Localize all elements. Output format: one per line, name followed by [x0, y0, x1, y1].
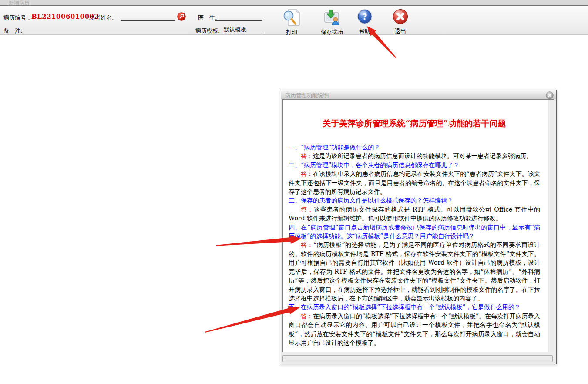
window-tab-strip: 新增病历 [0, 0, 588, 6]
answer-text: “病历模板”的选择功能，是为了满足不同的医疗单位对病历格式的不同要求而设计的。软… [289, 241, 540, 301]
toolbar: 病历编号： BL221006010002 患者姓名: 医 生: 备 注: 病历模… [0, 6, 588, 35]
answer-prefix: 答： [301, 206, 314, 213]
svg-text:?: ? [362, 11, 367, 22]
answer-2: 答：在该模块中录入的患者病历信息均记录在安装文件夹下的“患者病历”文件夹下。该文… [289, 169, 540, 196]
search-icon [177, 16, 186, 22]
help-document: 关于美萍诊所管理系统“病历管理”功能的若干问题 一、“病历管理”功能是做什么的？… [289, 100, 540, 347]
question-2: 二、“病历管理”模块中，各个患者的病历信息都保存在哪儿了？ [289, 161, 540, 169]
exit-icon [387, 8, 413, 27]
answer-prefix: 答： [301, 152, 313, 159]
answer-5: 答：在病历录入窗口的“模板选择”下拉选择框中有一个“默认模板”。在每次打开病历录… [289, 312, 540, 347]
question-3: 三、保存的患者的病历文件是以什么格式保存的？怎样编辑？ [289, 196, 540, 205]
patient-search-button[interactable] [177, 12, 186, 21]
template-label: 病历模板: [195, 27, 220, 35]
question-1: 一、“病历管理”功能是做什么的？ [289, 143, 540, 152]
exit-button[interactable]: 退出 [387, 8, 413, 35]
answer-4: 答：“病历模板”的选择功能，是为了满足不同的医疗单位对病历格式的不同要求而设计的… [289, 240, 540, 303]
exit-button-label: 退出 [387, 27, 413, 35]
help-dialog-titlebar[interactable]: 病历管理功能说明 [281, 91, 556, 99]
print-button[interactable]: 打印 [277, 8, 306, 35]
document-body: 一、“病历管理”功能是做什么的？ 答：这是为诊所记录患者的病历信息而设计的功能模… [289, 143, 540, 347]
answer-prefix: 答： [301, 313, 313, 320]
print-icon [277, 8, 306, 28]
save-record-button-label: 保存病历 [314, 28, 350, 36]
template-select[interactable]: 默认模板 [224, 26, 262, 34]
help-dialog: 病历管理功能说明 关于美萍诊所管理系统“病历管理”功 [280, 90, 557, 364]
answer-text: 这些患者的病历文件保存的格式是 RTF 格式。可以用微软公司 Office 套件… [289, 206, 540, 222]
save-record-icon [314, 8, 350, 28]
help-icon: ? [352, 8, 378, 27]
answer-prefix: 答： [301, 241, 313, 248]
print-button-label: 打印 [277, 28, 306, 36]
document-right-gutter [548, 100, 554, 352]
doctor-label: 医 生: [198, 14, 217, 22]
dialog-close-button[interactable] [546, 91, 554, 99]
question-5: 五、在病历录入窗口的“模板选择”下拉选择框中有一个“默认模板”，它是做什么用的？ [289, 303, 540, 311]
answer-text: 在病历录入窗口的“模板选择”下拉选择框中有一个“默认模板”。在每次打开病历录入窗… [289, 313, 540, 346]
doctor-input[interactable] [215, 12, 262, 21]
save-record-button[interactable]: 保存病历 [314, 8, 350, 35]
patient-name-input[interactable] [121, 12, 175, 21]
answer-prefix: 答： [301, 170, 313, 177]
remark-input[interactable] [19, 25, 188, 34]
document-title: 关于美萍诊所管理系统“病历管理”功能的若干问题 [289, 118, 540, 129]
answer-3: 答：这些患者的病历文件保存的格式是 RTF 格式。可以用微软公司 Office … [289, 205, 540, 223]
help-document-viewport[interactable]: 关于美萍诊所管理系统“病历管理”功能的若干问题 一、“病历管理”功能是做什么的？… [282, 99, 554, 352]
dialog-status-bar [282, 355, 553, 362]
record-no-label: 病历编号： [3, 14, 32, 22]
answer-text: 这是为诊所记录患者的病历信息而设计的功能模块。可对某一患者记录多张病历。 [313, 152, 532, 159]
answer-1: 答：这是为诊所记录患者的病历信息而设计的功能模块。可对某一患者记录多张病历。 [289, 152, 540, 160]
patient-name-label: 患者姓名: [89, 14, 114, 22]
help-dialog-title: 病历管理功能说明 [285, 92, 329, 99]
help-button[interactable]: ? 帮助 [352, 8, 378, 35]
help-button-label: 帮助 [352, 27, 378, 35]
answer-text: 在该模块中录入的患者病历信息均记录在安装文件夹下的“患者病历”文件夹下。该文件夹… [289, 170, 540, 195]
question-4: 四、在“病历管理”窗口点击新增病历或者修改已保存的病历信息时弹出的窗口中，显示有… [289, 223, 540, 241]
